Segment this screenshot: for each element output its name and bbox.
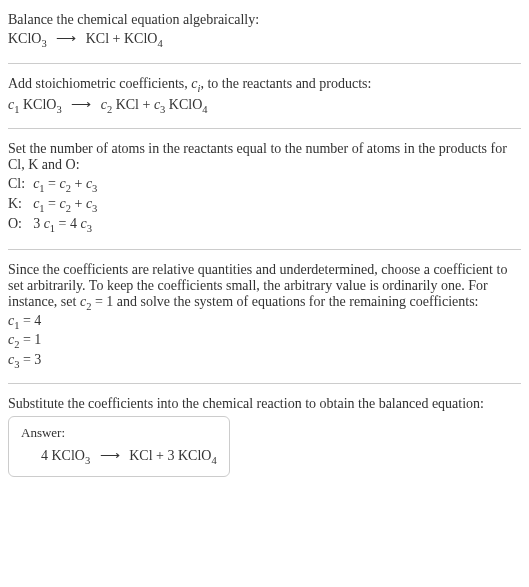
element-label: Cl: [8, 175, 33, 195]
table-row: O: 3 c1 = 4 c3 [8, 215, 103, 235]
arrow-icon: ⟶ [94, 448, 126, 463]
sp3: KClO [165, 97, 202, 112]
step2-text-a: Add stoichiometric coefficients, [8, 76, 191, 91]
step4-text-b: = 1 and solve the system of equations fo… [91, 294, 478, 309]
balance-eq: 3 c1 = 4 c3 [33, 215, 103, 235]
rhs: = 3 [19, 352, 41, 367]
step4: Since the coefficients are relative quan… [8, 258, 521, 375]
ans-right: KCl + 3 KClO [129, 448, 211, 463]
answer-equation: 4 KClO3 ⟶ KCl + 3 KClO4 [21, 445, 217, 468]
step5: Substitute the coefficients into the che… [8, 392, 521, 481]
eq: = [45, 196, 60, 211]
step3: Set the number of atoms in the reactants… [8, 137, 521, 240]
balance-eq: c1 = c2 + c3 [33, 175, 103, 195]
step2-text: Add stoichiometric coefficients, ci, to … [8, 76, 521, 94]
reactant-sub: 3 [41, 38, 46, 49]
arrow-icon: ⟶ [65, 97, 97, 112]
divider [8, 383, 521, 384]
rhs: = 4 [19, 313, 41, 328]
step4-text: Since the coefficients are relative quan… [8, 262, 521, 312]
ans-left-sub: 3 [85, 455, 90, 466]
step1-text: Balance the chemical equation algebraica… [8, 12, 521, 28]
rhs: = 1 [19, 332, 41, 347]
atom-balance-table: Cl: c1 = c2 + c3 K: c1 = c2 + c3 O: 3 c1… [8, 175, 103, 234]
divider [8, 128, 521, 129]
step3-text: Set the number of atoms in the reactants… [8, 141, 521, 173]
c3s: 3 [92, 203, 97, 214]
eq: = 4 [55, 216, 80, 231]
sp3-sub: 4 [202, 103, 207, 114]
answer-label: Answer: [21, 425, 217, 441]
answer-box: Answer: 4 KClO3 ⟶ KCl + 3 KClO4 [8, 416, 230, 477]
coeff-line: c2 = 1 [8, 331, 521, 351]
c3s: 3 [92, 183, 97, 194]
ans-right-sub: 4 [211, 455, 216, 466]
products: KCl + KClO [86, 31, 158, 46]
reactant: KClO [8, 31, 41, 46]
table-row: K: c1 = c2 + c3 [8, 195, 103, 215]
eq: = [45, 176, 60, 191]
sp1-sub: 3 [56, 103, 61, 114]
plus: + [71, 176, 86, 191]
products-sub: 4 [157, 38, 162, 49]
divider [8, 63, 521, 64]
divider [8, 249, 521, 250]
step1: Balance the chemical equation algebraica… [8, 8, 521, 55]
table-row: Cl: c1 = c2 + c3 [8, 175, 103, 195]
step1-equation: KClO3 ⟶ KCl + KClO4 [8, 28, 521, 51]
step2-equation: c1 KClO3 ⟶ c2 KCl + c3 KClO4 [8, 94, 521, 117]
step2: Add stoichiometric coefficients, ci, to … [8, 72, 521, 121]
arrow-icon: ⟶ [50, 31, 82, 46]
sp1: KClO [19, 97, 56, 112]
step5-text: Substitute the coefficients into the che… [8, 396, 521, 412]
c3s: 3 [87, 223, 92, 234]
coeff-line: c3 = 3 [8, 351, 521, 371]
element-label: O: [8, 215, 33, 235]
balance-eq: c1 = c2 + c3 [33, 195, 103, 215]
step2-text-b: , to the reactants and products: [200, 76, 371, 91]
element-label: K: [8, 195, 33, 215]
plus: + [71, 196, 86, 211]
ans-left: 4 KClO [41, 448, 85, 463]
sp2: KCl + [112, 97, 154, 112]
coeff-line: c1 = 4 [8, 312, 521, 332]
pre: 3 [33, 216, 44, 231]
